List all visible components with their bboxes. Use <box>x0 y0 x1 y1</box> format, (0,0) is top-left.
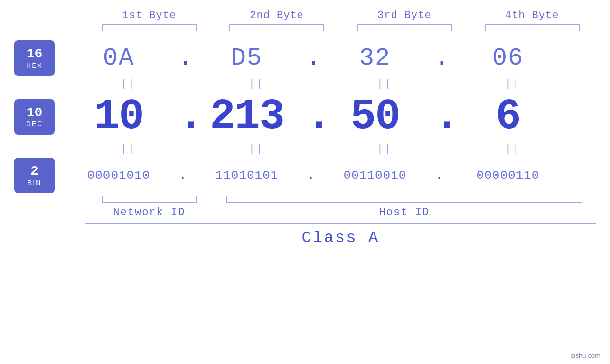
byte3-header: 3rd Byte <box>341 9 469 21</box>
bin-dot2: . <box>306 168 316 183</box>
dec-row: 10 DEC 10 . 213 . 50 . 6 <box>14 93 596 141</box>
bin-byte3-value: 00110010 <box>316 168 434 183</box>
hex-byte3: 32 . <box>316 44 444 72</box>
main-container: 1st Byte 2nd Byte 3rd Byte 4th Byte 16 H… <box>0 0 610 364</box>
eq2-b1: || <box>64 143 192 155</box>
bin-row: 2 BIN 00001010 . 11010101 . 00110010 . 0… <box>14 158 596 193</box>
byte1-header: 1st Byte <box>85 9 213 21</box>
hex-row: 16 HEX 0A . D5 . 32 . 06 <box>14 40 596 76</box>
bin-byte2: 11010101 . <box>188 168 316 183</box>
equals-row-1: || || || || <box>64 76 596 93</box>
dec-dot1: . <box>178 93 188 141</box>
eq1-b3: || <box>320 78 449 90</box>
dec-byte3-value: 50 <box>316 93 434 141</box>
bin-badge: 2 BIN <box>14 158 55 193</box>
host-id-label: Host ID <box>213 206 596 218</box>
watermark: ipshu.com <box>570 352 601 359</box>
hex-byte2-value: D5 <box>188 44 306 72</box>
hex-byte3-value: 32 <box>316 44 434 72</box>
bracket-bottom-network-line <box>102 196 197 203</box>
dec-base-label: DEC <box>26 120 43 128</box>
eq1-b2: || <box>192 78 320 90</box>
bin-byte4-value: 00000110 <box>444 168 572 183</box>
dec-dot2: . <box>306 93 316 141</box>
dec-values-row: 10 . 213 . 50 . 6 <box>59 93 596 141</box>
dec-dot3: . <box>434 93 444 141</box>
top-brackets <box>85 24 596 31</box>
bracket-line-1 <box>102 24 197 31</box>
byte-headers: 1st Byte 2nd Byte 3rd Byte 4th Byte <box>85 9 596 21</box>
hex-dot2: . <box>306 44 316 72</box>
eq2-b3: || <box>320 143 449 155</box>
hex-byte4: 06 <box>444 44 572 72</box>
dec-byte4: 6 <box>444 93 572 141</box>
bracket-top-4 <box>468 24 596 31</box>
dec-byte2: 213 . <box>188 93 316 141</box>
bracket-line-3 <box>357 24 452 31</box>
byte4-header: 4th Byte <box>468 9 596 21</box>
bin-base-label: BIN <box>28 179 41 187</box>
id-labels: Network ID Host ID <box>85 206 596 218</box>
eq2-b4: || <box>449 143 577 155</box>
equals-row-2: || || || || <box>64 141 596 158</box>
hex-dot3: . <box>434 44 444 72</box>
hex-values-row: 0A . D5 . 32 . 06 <box>59 44 596 72</box>
bin-byte2-value: 11010101 <box>188 168 306 183</box>
dec-byte4-value: 6 <box>444 93 572 141</box>
bin-dot1: . <box>178 168 188 183</box>
bracket-top-3 <box>341 24 469 31</box>
bottom-brackets <box>85 196 596 203</box>
bin-byte3: 00110010 . <box>316 168 444 183</box>
bin-values-row: 00001010 . 11010101 . 00110010 . 0000011… <box>59 168 596 183</box>
bracket-top-1 <box>85 24 213 31</box>
hex-byte4-value: 06 <box>444 44 572 72</box>
bin-byte1-value: 00001010 <box>59 168 178 183</box>
byte2-header: 2nd Byte <box>213 9 341 21</box>
bin-dot3: . <box>434 168 444 183</box>
dec-byte1: 10 . <box>59 93 188 141</box>
eq2-b2: || <box>192 143 320 155</box>
hex-byte1: 0A . <box>59 44 188 72</box>
dec-byte1-value: 10 <box>59 93 178 141</box>
class-label: Class A <box>85 229 596 247</box>
bin-byte4: 00000110 <box>444 168 572 183</box>
hex-base-label: HEX <box>26 62 43 69</box>
bottom-bracket-host <box>213 196 596 203</box>
bracket-line-4 <box>485 24 580 31</box>
hex-byte1-value: 0A <box>59 44 178 72</box>
class-row: Class A <box>85 223 596 247</box>
hex-badge: 16 HEX <box>14 40 55 76</box>
hex-base-number: 16 <box>27 47 43 62</box>
bottom-section: Network ID Host ID <box>85 196 596 218</box>
bracket-bottom-host-line <box>226 196 582 203</box>
hex-byte2: D5 . <box>188 44 316 72</box>
bin-byte1: 00001010 . <box>59 168 188 183</box>
eq1-b4: || <box>449 78 577 90</box>
dec-badge: 10 DEC <box>14 99 55 135</box>
bottom-bracket-network <box>85 196 213 203</box>
bracket-line-2 <box>229 24 324 31</box>
eq1-b1: || <box>64 78 192 90</box>
bracket-top-2 <box>213 24 341 31</box>
dec-base-number: 10 <box>27 106 43 121</box>
network-id-label: Network ID <box>85 206 213 218</box>
bin-base-number: 2 <box>30 164 38 179</box>
hex-dot1: . <box>178 44 188 72</box>
dec-byte3: 50 . <box>316 93 444 141</box>
dec-byte2-value: 213 <box>188 93 306 141</box>
